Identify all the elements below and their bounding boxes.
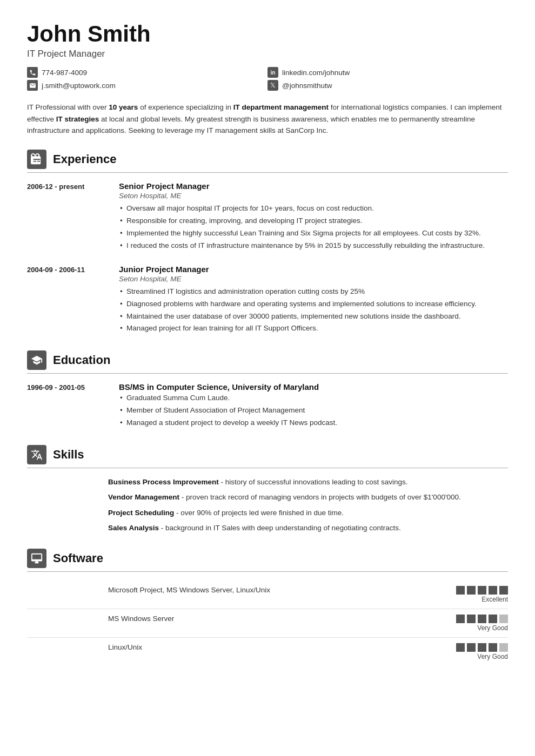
linkedin-value: linkedin.com/johnutw	[282, 69, 350, 77]
edu-title-1: BS/MS in Computer Science, University of…	[119, 382, 508, 392]
bullet-item: Managed project for lean training for al…	[119, 323, 508, 334]
dot	[478, 643, 486, 652]
dot	[478, 615, 486, 623]
experience-entry-1: 2006-12 - present Senior Project Manager…	[27, 181, 508, 253]
skills-list: Business Process Improvement - history o…	[27, 477, 508, 534]
software-rating-2: Very Good	[443, 643, 508, 660]
software-section: Software Microsoft Project, MS Windows S…	[27, 549, 508, 666]
skill-name-2: Project Scheduling	[108, 509, 174, 517]
experience-icon	[27, 150, 46, 169]
skill-item-1: Vendor Management - proven track record …	[108, 492, 508, 503]
contact-twitter: 𝕏 @johnsmithutw	[268, 80, 508, 91]
skill-item-3: Sales Analysis - background in IT Sales …	[108, 523, 508, 534]
twitter-value: @johnsmithutw	[282, 82, 332, 90]
education-icon	[27, 350, 46, 370]
contact-email: j.smith@uptowork.com	[27, 80, 268, 91]
bullet-item: Member of Student Association of Project…	[119, 405, 508, 416]
software-row-0: Microsoft Project, MS Windows Server, Li…	[27, 580, 508, 609]
skill-item-2: Project Scheduling - over 90% of project…	[108, 508, 508, 518]
entry-dates-2: 2004-09 - 2006-11	[27, 265, 108, 336]
skill-item-0: Business Process Improvement - history o…	[108, 477, 508, 488]
skills-title: Skills	[53, 448, 84, 462]
skill-name-3: Sales Analysis	[108, 524, 159, 532]
skills-header: Skills	[27, 445, 508, 468]
software-name-2: Linux/Unix	[27, 643, 142, 651]
dot	[467, 615, 476, 623]
entry-subtitle-1: Seton Hospital, ME	[119, 192, 508, 200]
bullet-item: Streamlined IT logistics and administrat…	[119, 286, 508, 298]
rating-dots-0	[456, 586, 508, 595]
dot	[456, 643, 465, 652]
education-section: Education 1996-09 - 2001-05 BS/MS in Com…	[27, 350, 508, 430]
software-row-1: MS Windows Server Very Good	[27, 609, 508, 638]
phone-value: 774-987-4009	[42, 69, 87, 77]
software-icon	[27, 549, 46, 568]
skill-desc-3: - background in IT Sales with deep under…	[161, 524, 401, 532]
software-name-1: MS Windows Server	[27, 615, 174, 623]
bullet-item: Maintained the user database of over 300…	[119, 311, 508, 322]
phone-icon	[27, 67, 38, 78]
bullet-item: Oversaw all major hospital IT projects f…	[119, 203, 508, 214]
rating-dots-2	[456, 643, 508, 652]
contact-linkedin: in linkedin.com/johnutw	[268, 67, 508, 78]
software-title: Software	[53, 551, 103, 565]
skills-icon	[27, 445, 46, 464]
entry-subtitle-2: Seton Hospital, ME	[119, 275, 508, 283]
experience-title: Experience	[53, 152, 116, 166]
experience-section: Experience 2006-12 - present Senior Proj…	[27, 150, 508, 335]
linkedin-icon: in	[268, 67, 278, 78]
dot	[478, 586, 486, 595]
dot	[456, 615, 465, 623]
software-header: Software	[27, 549, 508, 572]
edu-bullets-1: Graduated Summa Cum Laude. Member of Stu…	[119, 393, 508, 429]
bullet-item: Managed a student project to develop a w…	[119, 417, 508, 429]
twitter-icon: 𝕏	[268, 80, 278, 91]
bullet-item: I reduced the costs of IT infrastructure…	[119, 240, 508, 252]
dot	[489, 586, 497, 595]
candidate-title: IT Project Manager	[27, 49, 508, 59]
entry-dates-1: 2006-12 - present	[27, 181, 108, 253]
entry-title-2: Junior Project Manager	[119, 265, 508, 274]
education-header: Education	[27, 350, 508, 374]
dot	[489, 615, 497, 623]
dot	[456, 586, 465, 595]
dot	[489, 643, 497, 652]
rating-label-1: Very Good	[477, 624, 508, 632]
bullet-item: Responsible for creating, improving, and…	[119, 215, 508, 227]
education-entry-1: 1996-09 - 2001-05 BS/MS in Computer Scie…	[27, 382, 508, 430]
rating-dots-1	[456, 615, 508, 623]
edu-dates-1: 1996-09 - 2001-05	[27, 382, 108, 430]
entry-content-1: Senior Project Manager Seton Hospital, M…	[119, 181, 508, 253]
skills-section: Skills Business Process Improvement - hi…	[27, 445, 508, 534]
software-name-0: Microsoft Project, MS Windows Server, Li…	[27, 586, 270, 594]
skill-desc-1: - proven track record of managing vendor…	[182, 493, 461, 501]
dot-empty	[499, 615, 508, 623]
edu-content-1: BS/MS in Computer Science, University of…	[119, 382, 508, 430]
entry-content-2: Junior Project Manager Seton Hospital, M…	[119, 265, 508, 336]
entry-bullets-2: Streamlined IT logistics and administrat…	[119, 286, 508, 335]
summary-section: IT Professional with over 10 years of ex…	[27, 102, 508, 137]
entry-title-1: Senior Project Manager	[119, 181, 508, 191]
rating-label-2: Very Good	[477, 653, 508, 660]
experience-header: Experience	[27, 150, 508, 173]
software-row-2: Linux/Unix Very Good	[27, 638, 508, 666]
dot	[499, 586, 508, 595]
resume-header: John Smith IT Project Manager 774-987-40…	[27, 22, 508, 91]
skill-desc-0: - history of successful innovations lead…	[221, 478, 408, 486]
bullet-item: Diagnosed problems with hardware and ope…	[119, 299, 508, 310]
email-value: j.smith@uptowork.com	[42, 82, 116, 90]
bullet-item: Graduated Summa Cum Laude.	[119, 393, 508, 404]
dot-empty	[499, 643, 508, 652]
software-rating-0: Excellent	[443, 586, 508, 603]
entry-bullets-1: Oversaw all major hospital IT projects f…	[119, 203, 508, 252]
email-icon	[27, 80, 38, 91]
bullet-item: Implemented the highly successful Lean T…	[119, 228, 508, 239]
experience-entry-2: 2004-09 - 2006-11 Junior Project Manager…	[27, 265, 508, 336]
skill-desc-2: - over 90% of projects led were finished…	[176, 509, 344, 517]
candidate-name: John Smith	[27, 22, 508, 46]
rating-label-0: Excellent	[482, 596, 508, 603]
contact-grid: 774-987-4009 in linkedin.com/johnutw j.s…	[27, 67, 508, 91]
education-title: Education	[53, 353, 110, 367]
software-rating-1: Very Good	[443, 615, 508, 632]
skill-name-0: Business Process Improvement	[108, 478, 219, 486]
